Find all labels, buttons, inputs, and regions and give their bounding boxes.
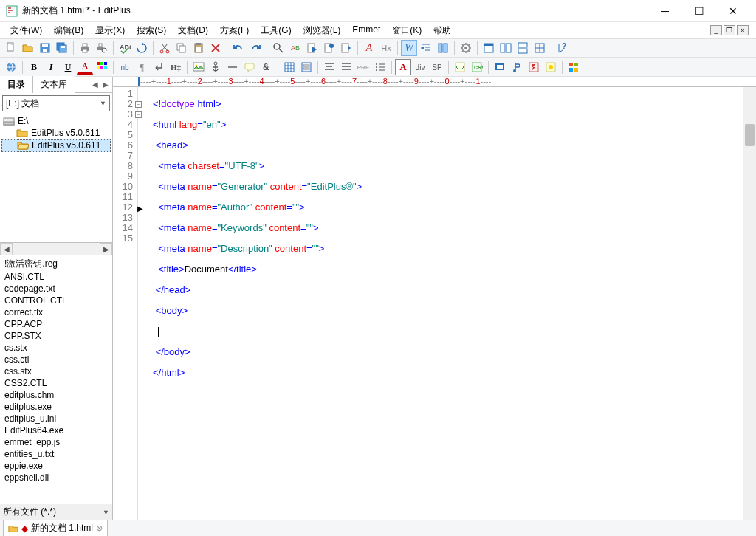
hr-icon[interactable] <box>224 59 241 75</box>
menu-edit[interactable]: 编辑(B) <box>48 23 89 38</box>
menu-project[interactable]: 方案(F) <box>214 23 255 38</box>
settings-icon[interactable] <box>458 40 474 56</box>
folder-tree[interactable]: E:\ EditPlus v5.0.611 EditPlus v5.0.611 <box>0 114 112 243</box>
mdi-minimize-button[interactable]: _ <box>710 25 722 35</box>
file-item[interactable]: CPP.ACP <box>3 318 109 330</box>
maximize-button[interactable]: ☐ <box>682 0 716 22</box>
open-file-icon[interactable] <box>20 40 36 56</box>
file-item[interactable]: eppie.exe <box>3 460 109 472</box>
char-icon[interactable]: & <box>258 59 275 75</box>
paragraph-icon[interactable]: ¶ <box>134 59 150 75</box>
mdi-close-button[interactable]: × <box>737 25 749 35</box>
goto-icon[interactable] <box>304 40 320 56</box>
spellcheck-icon[interactable]: ABC <box>117 40 133 56</box>
mdi-restore-button[interactable]: ❐ <box>724 25 735 35</box>
tree-node[interactable]: EditPlus v5.0.611 <box>1 127 111 139</box>
browser-icon[interactable] <box>3 59 19 75</box>
cut-icon[interactable] <box>157 40 173 56</box>
font-color-icon[interactable]: A <box>77 61 93 75</box>
tab-cliptext[interactable]: 文本库 <box>33 76 75 93</box>
list-icon[interactable] <box>372 59 388 75</box>
file-item[interactable]: correct.tlx <box>3 306 109 318</box>
find-icon[interactable] <box>270 40 286 56</box>
menu-browser[interactable]: 浏览器(L) <box>298 23 347 38</box>
bookmark-icon[interactable] <box>321 40 337 56</box>
windows-icon[interactable] <box>566 59 582 75</box>
justify-icon[interactable] <box>338 59 354 75</box>
applet-icon[interactable] <box>492 59 508 75</box>
br-icon[interactable] <box>151 59 167 75</box>
file-item[interactable]: !激活密钥.reg <box>3 257 109 271</box>
menu-view[interactable]: 显示(X) <box>89 23 131 38</box>
wordwrap-icon[interactable]: W <box>401 40 417 56</box>
file-list[interactable]: !激活密钥.reg ANSI.CTL codepage.txt CONTROL.… <box>0 255 112 504</box>
tab-directory[interactable]: 目录 <box>0 76 33 93</box>
file-filter-select[interactable]: 所有文件 (*.*) ▼ <box>0 504 112 520</box>
file-item[interactable]: cs.stx <box>3 342 109 354</box>
menu-window[interactable]: 窗口(K) <box>386 23 427 38</box>
italic-icon[interactable]: I <box>43 59 59 75</box>
heading-tag-icon[interactable]: H‡ <box>168 59 184 75</box>
undo-icon[interactable] <box>230 40 247 56</box>
underline-icon[interactable]: U <box>60 59 76 75</box>
anchor-icon[interactable] <box>207 59 224 75</box>
file-item[interactable]: CSS2.CTL <box>3 377 109 389</box>
file-item[interactable]: css.stx <box>3 365 109 377</box>
sound-icon[interactable] <box>509 59 525 75</box>
document-tab[interactable]: ◆ 新的文档 1.html ⊗ <box>3 520 108 536</box>
window2-icon[interactable] <box>498 40 514 56</box>
print-icon[interactable] <box>77 40 93 56</box>
save-all-icon[interactable] <box>54 40 70 56</box>
span-icon[interactable]: SP <box>429 59 445 75</box>
new-file-icon[interactable] <box>3 40 19 56</box>
scroll-thumb[interactable] <box>745 124 755 146</box>
menu-emmet[interactable]: Emmet <box>346 23 386 38</box>
color-palette-icon[interactable] <box>94 59 110 75</box>
fold-icon[interactable]: − <box>135 101 142 108</box>
tab-next-icon[interactable]: ▶ <box>100 79 111 91</box>
file-item[interactable]: codepage.txt <box>3 283 109 295</box>
file-item[interactable]: EditPlus64.exe <box>3 425 109 436</box>
file-item[interactable]: eppshell.dll <box>3 472 109 484</box>
file-item[interactable]: editplus_u.ini <box>3 413 109 425</box>
code-text[interactable]: <!doctype html> <html lang="en"> <head> … <box>138 87 756 520</box>
form-icon[interactable] <box>298 59 315 75</box>
file-item[interactable]: CPP.STX <box>3 330 109 342</box>
copy-icon[interactable] <box>173 40 190 56</box>
font-icon[interactable]: A <box>361 40 377 56</box>
print-preview-icon[interactable] <box>94 40 110 56</box>
refresh-icon[interactable] <box>134 40 150 56</box>
image-icon[interactable] <box>190 59 207 75</box>
menu-file[interactable]: 文件(W) <box>4 23 48 38</box>
bold-icon[interactable]: B <box>26 59 42 75</box>
menu-search[interactable]: 搜索(S) <box>131 23 172 38</box>
heading-icon[interactable]: Hx <box>378 40 394 56</box>
tree-node-selected[interactable]: EditPlus v5.0.611 <box>1 139 111 152</box>
script-icon[interactable] <box>452 59 468 75</box>
embed-icon[interactable] <box>543 59 559 75</box>
replace-icon[interactable]: AB <box>287 40 303 56</box>
style-icon[interactable]: css <box>469 59 485 75</box>
file-item[interactable]: editplus.chm <box>3 389 109 401</box>
window4-icon[interactable] <box>532 40 548 56</box>
paste-icon[interactable] <box>190 40 207 56</box>
delete-icon[interactable] <box>207 40 224 56</box>
file-item[interactable]: emmet_epp.js <box>3 436 109 448</box>
comment-icon[interactable] <box>241 59 258 75</box>
tree-root[interactable]: E:\ <box>1 115 111 127</box>
menu-help[interactable]: 帮助 <box>427 23 457 38</box>
window1-icon[interactable] <box>481 40 497 56</box>
fontface-icon[interactable]: A <box>395 59 411 75</box>
file-item[interactable]: editplus.exe <box>3 401 109 413</box>
file-item[interactable]: CONTROL.CTL <box>3 295 109 306</box>
nbsp-icon[interactable]: nb <box>117 59 133 75</box>
column-select-icon[interactable] <box>435 40 451 56</box>
flash-icon[interactable] <box>526 59 542 75</box>
file-item[interactable]: entities_u.txt <box>3 448 109 460</box>
center-icon[interactable] <box>321 59 337 75</box>
tree-hscroll[interactable]: ◀ ▶ <box>0 243 112 255</box>
table-icon[interactable] <box>281 59 298 75</box>
drive-select[interactable]: [E:] 文档 ▼ <box>2 95 110 111</box>
scroll-left-icon[interactable]: ◀ <box>0 243 13 255</box>
redo-icon[interactable] <box>247 40 264 56</box>
